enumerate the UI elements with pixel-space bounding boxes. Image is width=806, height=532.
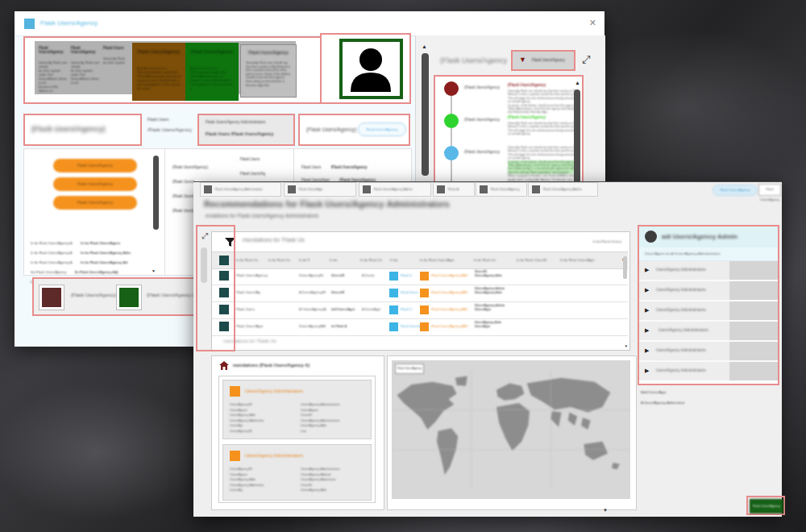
sidebar-header-title: adi Users/Agency Admin [662, 233, 737, 240]
sidebar-row[interactable]: ▶ Users/Agency Administrators [639, 322, 778, 342]
toolbar-admin-annotation: Flask Users/Agency Administrators Flask … [197, 114, 295, 146]
sidebar-row[interactable]: ▶ Users/Agency Administrators [639, 261, 778, 281]
sidebar-footnote: Bold Users/Agst [641, 390, 666, 394]
tab-admin-1[interactable]: Flask Users/Agency Administrate [200, 182, 281, 197]
summary-card[interactable]: Users/Agency Administrators Users/Agency… [222, 380, 372, 439]
titlebar[interactable]: Flask Users/Agency ✕ [15, 11, 604, 36]
cell-text: /w Flask A [331, 324, 347, 328]
play-icon[interactable]: ▶ [645, 267, 649, 273]
col-header[interactable]: In for Flask Us [236, 258, 258, 263]
cell-link[interactable]: Flask U [401, 273, 412, 277]
col-header[interactable]: In for Flask Us [360, 258, 382, 263]
status-orange-swatch [420, 322, 429, 331]
panel-scrollbar[interactable] [422, 53, 429, 176]
scroll-up-icon[interactable]: ▲ [422, 44, 427, 49]
tab-admin-2[interactable]: Flask Users/Agency Admin [359, 182, 431, 197]
tab-agency[interactable]: Flask Users/Agency [476, 182, 527, 197]
sidebar-row[interactable]: ▶ Users/Agency Administrators [639, 342, 778, 362]
orange-swatch [230, 386, 240, 397]
dropdown-annotation[interactable]: ▼ Flask Users/Agency [511, 50, 575, 71]
home-icon [219, 361, 229, 370]
app-icon [24, 19, 35, 29]
sidebar-row[interactable]: ▶ Users/Agency Administrators [639, 281, 778, 301]
col-header[interactable]: In for Flask Users/Agst [420, 258, 454, 263]
tab-age[interactable]: Flask Users/Age [284, 182, 356, 197]
play-icon[interactable]: ▶ [645, 368, 649, 374]
table-scrollbar[interactable] [623, 256, 627, 279]
status-orange-swatch [420, 305, 429, 314]
cell-link[interactable]: Flask Users/A [401, 324, 422, 328]
summary-card[interactable]: Users/Agency Administrators Users/Agency… [222, 444, 372, 501]
cell-orange[interactable]: Flask Users/Agency/AM [431, 324, 467, 328]
secondary-action-button[interactable]: Flask Users/Agency [758, 184, 781, 196]
toolbar-user-block: Flask Users /Flask Users/Agency [147, 117, 196, 132]
cell-text: A Users/Agst [362, 307, 380, 311]
col-header[interactable]: In for [390, 258, 398, 263]
table-header-row: In for Flask Us In for Flask Us In for F… [212, 251, 628, 269]
toolbar-right-button[interactable]: Flask Users/Agency [358, 123, 406, 136]
scroll-down-icon[interactable]: ▼ [603, 508, 608, 513]
banner-col-body: Generally, Flask be other system [103, 57, 132, 65]
col-header[interactable]: In for Flask Us [474, 258, 496, 263]
play-icon[interactable]: ▶ [645, 287, 649, 293]
summary-title: mendations (Flask Users/Agency A) [233, 363, 310, 368]
col-header[interactable]: In for F [299, 258, 310, 263]
banner-card-green[interactable]: Flask Users/Agency A plan on to say to a… [185, 43, 239, 101]
window-recommendations: Flask Users/Agency Administrate Flask Us… [193, 181, 782, 517]
cell-orange[interactable]: Flask Users/Agency/AM [431, 290, 467, 294]
cell-link[interactable]: Flask Users [401, 290, 418, 294]
expand-icon[interactable]: ⤢ [582, 53, 590, 66]
play-icon[interactable]: ▶ [645, 347, 649, 354]
person-icon [343, 42, 400, 96]
cell-multiline: /Users/N /Users/Agency Adm [475, 270, 502, 278]
col-header[interactable]: In for Flask Users/N [517, 258, 546, 263]
close-icon[interactable]: ✕ [589, 18, 596, 28]
dropdown-icon: ▼ [519, 56, 526, 64]
tab-label: Flask Users/Age [299, 187, 322, 191]
col-header[interactable]: In for Flask Us [268, 258, 290, 263]
list-item[interactable]: (Flask Users/Agency) Flask Users [172, 157, 290, 172]
primary-action-button[interactable]: Flask Users/Agency [713, 185, 758, 196]
cell-orange[interactable]: Flask Users/Agency/AM [431, 273, 467, 277]
tab-icon [437, 185, 445, 193]
cell-text: A Users) [362, 273, 374, 277]
cell-orange[interactable]: Flask Users/Agency/AM [431, 307, 467, 311]
admin-line1: Flask Users/Agency Administrators [206, 120, 265, 124]
tab-admin-3[interactable]: Flask Users/Agency Admin [528, 182, 598, 197]
legend-swatch-frame [39, 285, 64, 310]
scroll-down-icon[interactable]: ▼ [625, 344, 628, 348]
list-scrollbar[interactable] [153, 156, 159, 230]
table-row: Flask Users A! Users/Agency/A /adl Users… [212, 301, 628, 319]
tab-label: Flask Users/Agency Admin [374, 187, 413, 191]
expand-icon[interactable]: ⤢ [202, 231, 208, 241]
pill-button[interactable]: Flask Users/Agency [53, 159, 137, 172]
table-row: Flask Users/Agst /Users/Agency/AM /w Fla… [212, 318, 628, 336]
avatar-annotation [320, 33, 411, 104]
scroll-down-icon[interactable]: ▼ [152, 268, 156, 273]
summary-card-right: Users/Agency Administrators Users/Agens … [301, 402, 375, 434]
pill-button[interactable]: Flask Users/Agency [53, 177, 137, 191]
world-map[interactable]: Flask Users/Agency [392, 360, 630, 499]
strip-scrollbar[interactable] [201, 247, 207, 283]
cell-link[interactable]: Flask U [401, 307, 412, 311]
table-row: Flask Users/Agency /Users/Agency/N /User… [212, 268, 628, 285]
sidebar-row[interactable]: ▶ Users/Agency Administrators [639, 301, 778, 322]
banner-card-light[interactable]: Flask Users/Agency Generally, Flask user… [240, 44, 297, 98]
banner-card-brown[interactable]: Flask Users/Agency A guide on to say to … [132, 43, 185, 101]
green-action-button[interactable]: Flask Users/Agency [750, 499, 783, 513]
sidebar-subline-text: Users/Agent of adi Users/Agency Administ… [645, 251, 721, 256]
panel-heading: (Flask Users/Agency [440, 56, 507, 64]
list-item[interactable]: Flask Users /Flask Users/Agency [301, 157, 411, 170]
play-icon[interactable]: ▶ [645, 327, 649, 334]
card-body: Generally, Flask user should say that th… [246, 61, 291, 87]
play-icon[interactable]: ▶ [645, 307, 649, 314]
tab-flask[interactable]: Flask A [433, 182, 475, 197]
scroll-up-icon[interactable]: ▲ [575, 80, 580, 85]
col-header[interactable]: In for [330, 258, 338, 263]
col-header[interactable]: In for Flask Users/Agst [560, 258, 594, 263]
timeline-label: (Flask Users/Agency [464, 118, 500, 122]
tab-icon [363, 185, 371, 193]
sidebar-row[interactable]: ▶ Users/Agency Administrators [639, 362, 778, 380]
pill-button[interactable]: Flask Users/Agency [53, 196, 137, 210]
list-item[interactable]: In for Flask Users/Agency A In for Flask… [31, 233, 160, 243]
